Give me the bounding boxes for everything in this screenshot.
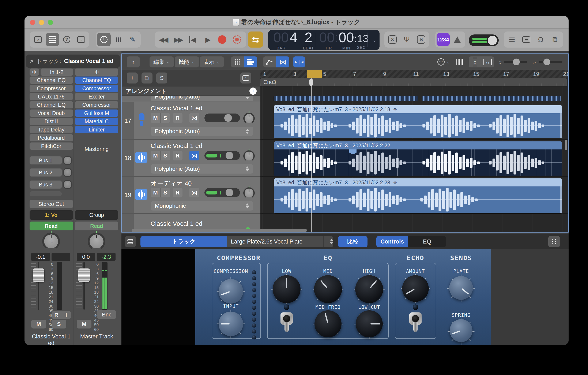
- preset-stepper[interactable]: [323, 236, 333, 247]
- phase-button[interactable]: Φ: [75, 68, 118, 76]
- volume-value[interactable]: 0.0: [77, 253, 95, 261]
- plugin-slot[interactable]: Dist II: [30, 118, 73, 125]
- track-pan-knob[interactable]: [243, 150, 255, 162]
- lcd-display[interactable]: 00BAR 4 2BEAT 00:HR 00MIN :13SEC ⌄: [268, 30, 379, 50]
- tab-eq[interactable]: EQ: [408, 236, 446, 247]
- tuner-button[interactable]: Ψ: [400, 33, 414, 46]
- marker-track[interactable]: Cno3: [260, 78, 567, 87]
- mute-button[interactable]: M: [151, 113, 160, 123]
- cycle-region[interactable]: [307, 70, 322, 78]
- add-arrangement-icon[interactable]: +: [249, 88, 257, 95]
- low-knob[interactable]: [273, 275, 301, 303]
- region-end-handle[interactable]: [560, 187, 562, 213]
- flex-mode-dropdown[interactable]: Polyphonic (Auto): [151, 96, 253, 101]
- preset-dropdown[interactable]: Large Plate/2.6s Vocal Plate: [227, 236, 323, 247]
- track-header-19[interactable]: 19 オーディオ 40 M S R ⋈ Monophonic: [122, 176, 260, 213]
- audio-region-2-selected[interactable]: Vo3_ed_普通に死にたいm7_3 - 2025/11/02 2.22: [274, 141, 562, 176]
- region-header[interactable]: Vo3_ed_普通に死にたいm7_3 - 2025/11/02 2.23 ○○: [274, 178, 562, 187]
- plugin-slot[interactable]: Gullfoss M: [75, 110, 118, 117]
- cycle-button[interactable]: ⇆: [248, 32, 263, 48]
- high-knob[interactable]: [355, 275, 383, 303]
- solo-mode-button[interactable]: S: [414, 33, 428, 46]
- horizontal-auto-zoom-button[interactable]: ↔: [481, 56, 494, 67]
- collapsed-region[interactable]: [274, 96, 418, 101]
- vertical-auto-zoom-button[interactable]: ↕: [469, 56, 481, 67]
- track-header-18[interactable]: 18 Classic Vocal 1 ed M S R ⋈ Polyphonic…: [122, 139, 260, 176]
- collapse-panel-button[interactable]: ↑: [240, 73, 251, 84]
- smart-controls-button[interactable]: [97, 33, 111, 46]
- track-volume-slider[interactable]: [204, 188, 240, 197]
- track-volume-slider[interactable]: [204, 113, 240, 122]
- play-button[interactable]: ▶: [200, 33, 214, 46]
- duplicate-track-button[interactable]: ⧉: [142, 73, 152, 84]
- group-slot[interactable]: 1: Vo: [30, 210, 73, 220]
- track-pan-knob[interactable]: [243, 113, 255, 124]
- autopunch-button[interactable]: X: [386, 33, 399, 46]
- vertical-zoom-slider[interactable]: ↕: [499, 59, 527, 65]
- track-row-partial[interactable]: Polyphonic (Auto): [122, 96, 260, 102]
- plugin-slot[interactable]: PitchCor: [30, 143, 73, 150]
- region-header[interactable]: Vo3_ed_普通に死にたいm7_3 - 2025/11/02 2.18 ○○: [274, 105, 562, 113]
- media-browser-button[interactable]: ⧉: [548, 33, 562, 46]
- track-flex-button[interactable]: ⋈: [189, 151, 200, 160]
- mute-button[interactable]: M: [77, 320, 92, 329]
- library-button[interactable]: ♪: [31, 33, 45, 46]
- plugin-slot[interactable]: Channel EQ: [75, 77, 118, 84]
- mute-button[interactable]: M: [31, 320, 46, 329]
- catch-playhead-button[interactable]: ▸❘◂: [293, 56, 305, 67]
- functions-menu[interactable]: 機能⌄: [175, 56, 199, 67]
- minimize-window-button[interactable]: [39, 20, 44, 25]
- plugin-slot[interactable]: Compressor: [75, 85, 118, 92]
- region-end-handle[interactable]: [560, 113, 562, 138]
- send-knob[interactable]: [64, 157, 71, 164]
- hide-solo-button[interactable]: S: [156, 73, 167, 84]
- record-enable-button[interactable]: R: [173, 151, 182, 160]
- catch-scroll-button[interactable]: ↑: [127, 56, 140, 67]
- horizontal-zoom-slider[interactable]: ↔: [531, 59, 562, 65]
- strip-toggle-button[interactable]: [125, 236, 136, 247]
- plugin-slot[interactable]: Vocal Doub: [30, 110, 73, 117]
- collapsed-region[interactable]: [422, 96, 561, 101]
- bar-ruler[interactable]: 1 3 5 7 9 11 13 15 17 19 21: [260, 70, 568, 78]
- capture-record-button[interactable]: [230, 33, 244, 46]
- record-enable-button[interactable]: R: [173, 188, 182, 198]
- plugin-slot[interactable]: Pedalboard: [30, 134, 73, 141]
- eq-toggle-switch[interactable]: [281, 312, 293, 325]
- record-enable-button[interactable]: R: [173, 113, 182, 123]
- input-knob[interactable]: [219, 312, 243, 336]
- track-name[interactable]: Classic Vocal 1 ed: [151, 142, 202, 149]
- rewind-button[interactable]: ◀◀: [156, 33, 170, 46]
- mute-button[interactable]: M: [151, 151, 160, 160]
- send-slot[interactable]: Bus 3: [30, 180, 62, 188]
- mixer-button[interactable]: ☰: [112, 33, 125, 46]
- input-slot[interactable]: In 1-2: [41, 68, 73, 76]
- mid-knob[interactable]: [314, 275, 342, 303]
- view-menu[interactable]: 表示⌄: [200, 56, 224, 67]
- solo-button[interactable]: S: [160, 188, 170, 198]
- track-header-17[interactable]: 17 Classic Vocal 1 ed M S R ⋈ Polyphonic…: [122, 102, 260, 139]
- list-editors-button[interactable]: ☰: [505, 33, 519, 46]
- track-flex-button[interactable]: ⋈: [189, 188, 200, 198]
- plugin-slot[interactable]: Channel EQ: [30, 77, 73, 84]
- flex-button[interactable]: ⋈: [276, 56, 289, 67]
- track-scope-button[interactable]: トラック: [140, 236, 227, 247]
- plugin-slot[interactable]: Channel EQ: [30, 101, 73, 109]
- low-cut-knob[interactable]: [356, 310, 383, 337]
- send-knob[interactable]: [64, 169, 71, 176]
- forward-button[interactable]: ▶▶: [171, 33, 185, 46]
- region-header[interactable]: Vo3_ed_普通に死にたいm7_3 - 2025/11/02 2.22: [274, 141, 562, 149]
- tool-menu[interactable]: ⋯⌄: [434, 56, 453, 67]
- titlebar[interactable]: ♪ 君の寿命は伸ばせない_8.logicx - トラック: [24, 16, 568, 29]
- plugin-slot[interactable]: Tape Delay: [30, 126, 73, 133]
- metronome-button[interactable]: [451, 33, 464, 46]
- volume-fader[interactable]: [33, 268, 44, 282]
- track-pan-knob[interactable]: [243, 187, 255, 199]
- volume-value[interactable]: -0.1: [31, 253, 50, 261]
- quick-help-button[interactable]: ?: [60, 33, 74, 46]
- track-name[interactable]: Classic Vocal 1 ed: [151, 220, 202, 227]
- empty-send-slot[interactable]: [30, 191, 62, 196]
- plugin-slot[interactable]: Compressor: [75, 101, 118, 109]
- send-slot[interactable]: Bus 2: [30, 168, 62, 176]
- horizontal-scrollbar[interactable]: [132, 229, 307, 232]
- mute-button[interactable]: M: [151, 188, 160, 198]
